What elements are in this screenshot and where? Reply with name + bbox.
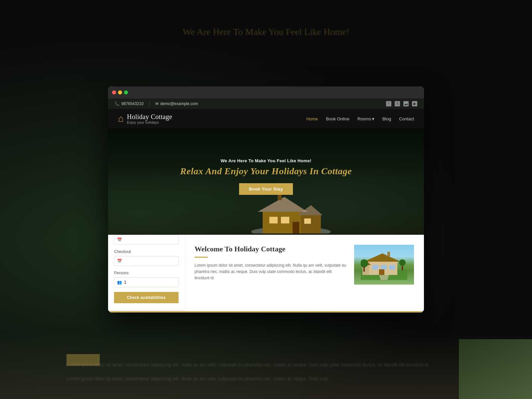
checkout-label: Checkout	[114, 249, 179, 254]
hero-subtitle: We Are Here To Make You Feel Like Home!	[180, 158, 352, 163]
nav-links: Home Book Online Rooms ▾ Blog Contact	[306, 116, 414, 121]
checkin-input[interactable]	[124, 237, 176, 242]
hero-content: We Are Here To Make You Feel Like Home! …	[180, 158, 352, 195]
book-your-stay-button[interactable]: Book Your Stay	[239, 183, 293, 195]
checkout-input[interactable]	[124, 259, 176, 263]
welcome-title: Welcome To Holiday Cottage	[195, 245, 347, 253]
browser-topbar	[108, 86, 424, 98]
info-divider: |	[149, 101, 150, 106]
email-address: demo@example.com	[160, 101, 198, 106]
bg-title: We Are Here To Make You Feel Like Home!	[0, 27, 532, 37]
svg-rect-12	[269, 217, 278, 223]
nav-blog[interactable]: Blog	[382, 116, 391, 121]
bg-image-right	[459, 339, 532, 399]
checkin-field: Checkin 📅	[114, 235, 179, 245]
youtube-icon[interactable]: ▶	[412, 101, 417, 106]
booking-form: Checkin 📅 Checkout 📅 Persons	[108, 235, 185, 310]
svg-rect-30	[402, 266, 403, 270]
cottage-building	[361, 250, 407, 281]
hero-title: Relax And Enjoy Your Holidays In Cottage	[180, 166, 352, 177]
calendar-icon: 📅	[117, 237, 122, 242]
close-button[interactable]	[112, 90, 116, 94]
svg-marker-9	[258, 197, 308, 212]
svg-rect-3	[301, 215, 321, 233]
email-info: ✉ demo@example.com	[155, 101, 198, 106]
calendar-icon-2: 📅	[117, 259, 122, 263]
logo-icon: ⌂	[118, 114, 124, 123]
persons-label: Persons	[114, 271, 179, 275]
checkin-input-wrapper[interactable]: 📅	[114, 235, 179, 245]
nav-home[interactable]: Home	[306, 116, 318, 121]
persons-field: Persons 👥	[114, 271, 179, 287]
persons-input[interactable]	[124, 280, 176, 285]
welcome-divider	[195, 257, 208, 258]
welcome-text: Welcome To Holiday Cottage Lorem ipsum d…	[195, 245, 347, 305]
minimize-button[interactable]	[118, 90, 122, 94]
website: 📞 9876543210 | ✉ demo@example.com f 𝕏 📷 …	[108, 98, 424, 313]
browser-window: 📞 9876543210 | ✉ demo@example.com f 𝕏 📷 …	[108, 86, 424, 313]
info-bar-left: 📞 9876543210 | ✉ demo@example.com	[115, 101, 198, 106]
persons-icon: 👥	[117, 280, 122, 285]
svg-rect-24	[389, 265, 395, 270]
background-page: We Are Here To Make You Feel Like Home!	[0, 27, 532, 37]
svg-rect-22	[372, 265, 378, 270]
nav-rooms[interactable]: Rooms ▾	[357, 116, 374, 121]
svg-rect-8	[293, 222, 299, 233]
logo-text: Holiday Cottage Enjoy your holidays	[127, 113, 172, 124]
logo: ⌂ Holiday Cottage Enjoy your holidays	[118, 113, 172, 124]
site-footer-bar	[108, 311, 424, 313]
svg-rect-26	[387, 252, 390, 256]
welcome-body: Lorem ipsum dolor sit amet, consectetur …	[195, 262, 347, 282]
svg-rect-14	[304, 218, 311, 224]
logo-subtitle: Enjoy your holidays	[127, 121, 172, 124]
bg-gold-bar	[66, 354, 100, 366]
checkout-input-wrapper[interactable]: 📅	[114, 256, 179, 266]
hero-cabin	[249, 190, 332, 235]
browser-controls	[112, 90, 128, 94]
nav-rooms-label: Rooms	[357, 116, 371, 121]
facebook-icon[interactable]: f	[386, 101, 391, 106]
phone-info: 📞 9876543210	[115, 101, 144, 106]
checkout-field: Checkout 📅	[114, 249, 179, 266]
svg-point-28	[399, 259, 406, 266]
logo-title: Holiday Cottage	[127, 113, 172, 121]
chevron-down-icon: ▾	[372, 116, 374, 121]
bottom-section: Checkin 📅 Checkout 📅 Persons	[108, 235, 424, 311]
welcome-section: Welcome To Holiday Cottage Lorem ipsum d…	[185, 235, 424, 311]
twitter-icon[interactable]: 𝕏	[395, 101, 400, 106]
social-links: f 𝕏 📷 ▶	[386, 101, 417, 106]
info-bar: 📞 9876543210 | ✉ demo@example.com f 𝕏 📷 …	[108, 98, 424, 109]
check-availabilities-button[interactable]: Check availabilities	[114, 292, 179, 303]
instagram-icon[interactable]: 📷	[403, 101, 409, 106]
welcome-image	[354, 245, 414, 285]
svg-rect-29	[363, 267, 365, 272]
navbar: ⌂ Holiday Cottage Enjoy your holidays Ho…	[108, 109, 424, 128]
nav-contact[interactable]: Contact	[399, 116, 414, 121]
maximize-button[interactable]	[124, 90, 128, 94]
hero-section: We Are Here To Make You Feel Like Home! …	[108, 128, 424, 235]
svg-rect-25	[379, 269, 384, 275]
svg-rect-13	[281, 217, 289, 223]
nav-book-online[interactable]: Book Online	[326, 116, 349, 121]
phone-number: 9876543210	[121, 101, 144, 106]
bg-body-text: Lorem ipsum dolor sit amet, consectetur …	[66, 361, 466, 382]
svg-rect-23	[381, 265, 387, 270]
email-icon: ✉	[155, 101, 159, 106]
persons-input-wrapper[interactable]: 👥	[114, 277, 179, 287]
phone-icon: 📞	[115, 101, 120, 106]
